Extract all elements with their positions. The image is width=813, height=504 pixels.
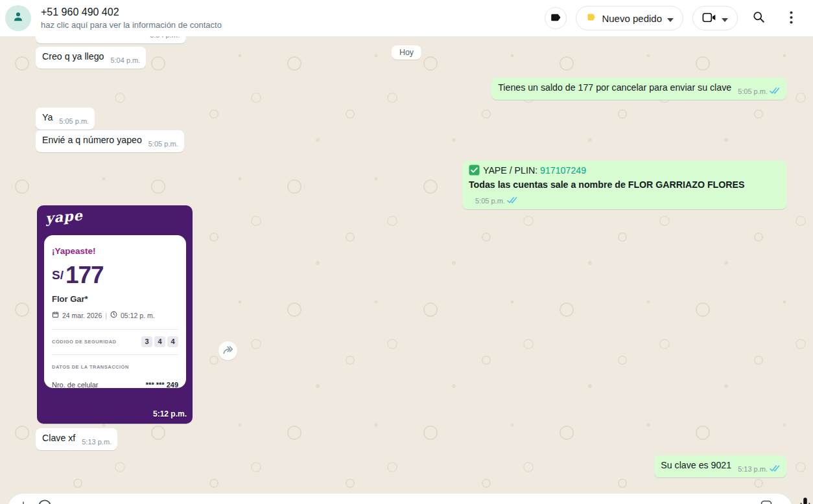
security-code-label: CÓDIGO DE SEGURIDAD bbox=[52, 336, 117, 348]
message-time: 5:12 p.m. bbox=[153, 408, 187, 420]
message-bubble-cropped[interactable]: 5:04 p.m. bbox=[36, 36, 186, 43]
video-call-button[interactable] bbox=[692, 6, 738, 30]
message-bold-text: Todas las cuentas sale a nombre de FLOR … bbox=[469, 179, 744, 190]
message-line-2: Todas las cuentas sale a nombre de FLOR … bbox=[469, 179, 781, 204]
sticker-icon[interactable] bbox=[760, 499, 773, 504]
header-actions: Nuevo pedido bbox=[545, 6, 803, 30]
emoji-icon[interactable] bbox=[38, 499, 52, 504]
message-text: Tienes un saldo de 177 por cancelar para… bbox=[498, 82, 731, 93]
row-value: *** *** 249 bbox=[146, 379, 178, 388]
search-icon bbox=[752, 10, 766, 26]
separator: | bbox=[105, 310, 107, 322]
message-bubble-incoming[interactable]: Envié a q número yapeo5:05 p.m. bbox=[36, 130, 184, 152]
clock-icon bbox=[110, 310, 117, 322]
message-line-1: YAPE / PLIN: 917107249 bbox=[469, 165, 781, 179]
chevron-down-icon bbox=[722, 13, 728, 24]
avatar[interactable] bbox=[5, 5, 31, 31]
whatsapp-window: +51 960 490 402 haz clic aquí para ver l… bbox=[0, 0, 813, 504]
chevron-down-icon bbox=[667, 13, 674, 24]
contact-header-info[interactable]: +51 960 490 402 haz clic aquí para ver l… bbox=[41, 5, 222, 31]
message-text: Su clave es 9021 bbox=[661, 460, 731, 470]
message-time: 5:04 p.m. bbox=[110, 56, 140, 64]
new-order-label: Nuevo pedido bbox=[602, 13, 662, 24]
mic-icon[interactable] bbox=[798, 496, 813, 504]
video-camera-icon bbox=[702, 12, 716, 25]
contact-subtitle[interactable]: haz clic aquí para ver la información de… bbox=[41, 19, 222, 31]
order-label-icon bbox=[585, 12, 596, 25]
security-digit: 4 bbox=[154, 336, 165, 347]
message-list[interactable]: 5:04 p.m. Creo q ya llego5:04 p.m. Hoy T… bbox=[0, 36, 813, 504]
row-label: Nro. de celular bbox=[52, 379, 99, 388]
message-time: 5:05 p.m. bbox=[738, 87, 768, 95]
message-time: 5:13 p.m. bbox=[82, 438, 112, 446]
message-text: Envié a q número yapeo bbox=[42, 135, 142, 145]
message-bubble-outgoing[interactable]: Tienes un saldo de 177 por cancelar para… bbox=[491, 78, 786, 100]
receipt-recipient: Flor Gar* bbox=[52, 293, 178, 305]
message-image-yape-receipt[interactable]: yape ¡Yapeaste! S/177 Flor Gar* 24 mar. … bbox=[37, 205, 193, 424]
phone-number-link[interactable]: 917107249 bbox=[540, 165, 586, 176]
message-text: Clave xf bbox=[42, 433, 75, 443]
forward-message-button[interactable] bbox=[218, 341, 237, 360]
message-bubble-outgoing[interactable]: Su clave es 90215:13 p.m. bbox=[654, 455, 786, 477]
message-bubble-incoming[interactable]: Creo q ya llego5:04 p.m. bbox=[36, 47, 146, 69]
contact-name[interactable]: +51 960 490 402 bbox=[41, 5, 222, 19]
message-input-bar[interactable] bbox=[8, 494, 792, 504]
message-text: Ya bbox=[42, 112, 53, 122]
message-bubble-outgoing[interactable]: YAPE / PLIN: 917107249 Todas las cuentas… bbox=[462, 161, 786, 209]
security-digit: 3 bbox=[141, 336, 152, 347]
yape-receipt-card: ¡Yapeaste! S/177 Flor Gar* 24 mar. 2026 … bbox=[44, 235, 186, 388]
read-checks-icon bbox=[507, 197, 518, 204]
read-checks-icon bbox=[770, 87, 781, 95]
label-tag-icon bbox=[550, 12, 561, 25]
divider bbox=[52, 329, 178, 330]
new-order-button[interactable]: Nuevo pedido bbox=[576, 6, 683, 30]
receipt-date: 24 mar. 2026 bbox=[62, 310, 102, 322]
security-code-digits: 3 4 4 bbox=[141, 336, 178, 347]
forward-arrow-icon bbox=[222, 345, 233, 357]
message-time: 5:05 p.m. bbox=[59, 117, 89, 125]
security-digit: 4 bbox=[167, 336, 178, 347]
plus-attach-icon[interactable] bbox=[17, 499, 30, 504]
message-time: 5:13 p.m. bbox=[738, 465, 768, 473]
receipt-amount: S/177 bbox=[52, 263, 178, 287]
security-code-row: CÓDIGO DE SEGURIDAD 3 4 4 bbox=[52, 336, 178, 348]
calendar-icon bbox=[52, 310, 59, 322]
person-icon bbox=[11, 10, 25, 27]
receipt-headline: ¡Yapeaste! bbox=[52, 245, 178, 257]
message-text: YAPE / PLIN: bbox=[483, 165, 540, 176]
read-checks-icon bbox=[770, 465, 781, 472]
yape-logo: yape bbox=[45, 209, 83, 225]
receipt-time: 05:12 p. m. bbox=[121, 310, 155, 322]
search-button[interactable] bbox=[747, 6, 770, 30]
message-time: 5:05 p.m. bbox=[148, 140, 178, 148]
message-time: 5:05 p.m. bbox=[475, 197, 505, 205]
currency-symbol: S/ bbox=[52, 268, 64, 282]
menu-button[interactable] bbox=[779, 6, 803, 30]
receipt-row: Nro. de celular *** *** 249 bbox=[52, 379, 178, 388]
divider bbox=[52, 354, 178, 355]
kebab-menu-icon bbox=[790, 11, 793, 26]
chat-header: +51 960 490 402 haz clic aquí para ver l… bbox=[0, 0, 813, 36]
receipt-datetime: 24 mar. 2026 | 05:12 p. m. bbox=[52, 310, 178, 322]
check-mark-emoji bbox=[469, 165, 480, 179]
amount-value: 177 bbox=[65, 262, 104, 288]
date-divider: Hoy bbox=[392, 45, 421, 60]
message-text: Creo q ya llego bbox=[42, 51, 104, 62]
message-time: 5:04 p.m. bbox=[150, 36, 180, 39]
message-bubble-incoming[interactable]: Clave xf5:13 p.m. bbox=[36, 428, 117, 450]
message-bubble-incoming[interactable]: Ya5:05 p.m. bbox=[36, 108, 95, 130]
labels-button[interactable] bbox=[545, 7, 567, 29]
transaction-data-label: DATOS DE LA TRANSACCIÓN bbox=[52, 361, 178, 373]
